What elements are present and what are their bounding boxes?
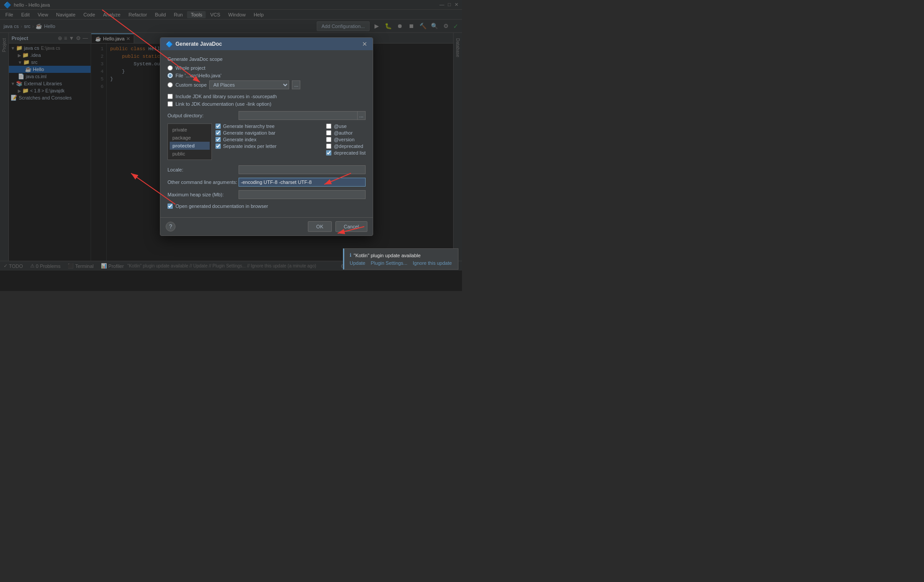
scope-whole-project[interactable]: Whole project bbox=[167, 65, 366, 71]
generate-index-checkbox[interactable] bbox=[215, 137, 221, 142]
tag-deprecated-row[interactable]: @deprecated bbox=[326, 144, 366, 149]
heap-label: Maximum heap size (Mb): bbox=[167, 192, 239, 197]
visibility-selector: private package protected public bbox=[167, 124, 212, 160]
tag-use-row[interactable]: @use bbox=[326, 124, 366, 129]
tag-use-checkbox[interactable] bbox=[326, 124, 331, 129]
separate-index-label: Separate index per letter bbox=[223, 144, 276, 149]
modal-title: Generate JavaDoc bbox=[175, 41, 222, 47]
cancel-button[interactable]: Cancel bbox=[335, 221, 367, 232]
generate-navbar-row[interactable]: Generate navigation bar bbox=[215, 130, 323, 136]
modal-footer: ? OK Cancel bbox=[160, 217, 373, 235]
include-jdk-checkbox[interactable] bbox=[167, 94, 173, 99]
heap-input[interactable] bbox=[239, 190, 366, 199]
tag-deprecated-list-checkbox[interactable] bbox=[326, 150, 331, 155]
open-browser-label: Open generated documentation in browser bbox=[175, 203, 268, 209]
output-dir-input-group: ... bbox=[239, 111, 366, 120]
plugin-settings-link[interactable]: Plugin Settings... bbox=[370, 260, 407, 266]
tag-author-label: @author bbox=[334, 130, 352, 136]
tag-author-row[interactable]: @author bbox=[326, 130, 366, 136]
include-jdk-checkbox-row[interactable]: Include JDK and library sources in -sour… bbox=[167, 94, 366, 99]
scope-radio-group: Whole project File '...\src\Hello.java' … bbox=[167, 65, 366, 89]
separate-index-checkbox[interactable] bbox=[215, 144, 221, 149]
generate-navbar-label: Generate navigation bar bbox=[223, 130, 275, 136]
link-jdk-checkbox-row[interactable]: Link to JDK documentation (use -link opt… bbox=[167, 101, 366, 107]
heap-row: Maximum heap size (Mb): bbox=[167, 190, 366, 199]
output-dir-browse-button[interactable]: ... bbox=[357, 111, 366, 120]
visibility-package[interactable]: package bbox=[170, 134, 210, 142]
open-browser-checkbox[interactable] bbox=[167, 203, 173, 209]
cmd-args-row: Other command line arguments: bbox=[167, 178, 366, 187]
scope-custom[interactable]: Custom scope bbox=[167, 82, 207, 88]
visibility-public[interactable]: public bbox=[170, 150, 210, 158]
tag-deprecated-label: @deprecated bbox=[334, 144, 363, 149]
ignore-update-link[interactable]: Ignore this update bbox=[413, 260, 452, 266]
tag-deprecated-checkbox[interactable] bbox=[326, 144, 331, 149]
cmd-args-label: Other command line arguments: bbox=[167, 179, 239, 185]
visibility-protected[interactable]: protected bbox=[170, 142, 210, 150]
include-jdk-label: Include JDK and library sources in -sour… bbox=[175, 94, 277, 99]
tag-author-checkbox[interactable] bbox=[326, 130, 331, 136]
generate-index-row[interactable]: Generate index bbox=[215, 137, 323, 142]
link-jdk-checkbox[interactable] bbox=[167, 101, 173, 107]
scope-custom-radio[interactable] bbox=[167, 82, 173, 88]
open-browser-row[interactable]: Open generated documentation in browser bbox=[167, 203, 366, 209]
modal-overlay: 🔷 Generate JavaDoc ✕ Generate JavaDoc sc… bbox=[0, 0, 462, 291]
scope-file[interactable]: File '...\src\Hello.java' bbox=[167, 73, 366, 78]
tag-version-checkbox[interactable] bbox=[326, 137, 331, 142]
tag-deprecated-list-row[interactable]: deprecated list bbox=[326, 150, 366, 155]
generate-hierarchy-checkbox[interactable] bbox=[215, 124, 221, 129]
generate-options-col: Generate hierarchy tree Generate navigat… bbox=[215, 124, 323, 160]
separate-index-row[interactable]: Separate index per letter bbox=[215, 144, 323, 149]
scope-label: Generate JavaDoc scope bbox=[167, 56, 366, 62]
notification-links: Update Plugin Settings... Ignore this up… bbox=[350, 260, 453, 266]
options-panel: private package protected public Generat… bbox=[167, 124, 366, 160]
scope-custom-select[interactable]: All Places Project Files Module Files bbox=[209, 80, 289, 89]
scope-whole-radio[interactable] bbox=[167, 65, 173, 71]
help-button[interactable]: ? bbox=[166, 222, 175, 231]
generate-javadoc-dialog: 🔷 Generate JavaDoc ✕ Generate JavaDoc sc… bbox=[160, 37, 373, 236]
scope-custom-label: Custom scope bbox=[175, 82, 207, 88]
scope-custom-row: Custom scope All Places Project Files Mo… bbox=[167, 80, 366, 89]
output-dir-input[interactable] bbox=[239, 111, 357, 120]
modal-close-button[interactable]: ✕ bbox=[362, 40, 367, 48]
tag-version-row[interactable]: @version bbox=[326, 137, 366, 142]
locale-input[interactable] bbox=[239, 165, 366, 174]
scope-file-label: File '...\src\Hello.java' bbox=[175, 73, 221, 78]
generate-index-label: Generate index bbox=[223, 137, 256, 142]
modal-title-bar: 🔷 Generate JavaDoc ✕ bbox=[160, 38, 373, 50]
scope-edit-button[interactable]: ... bbox=[292, 80, 300, 89]
generate-hierarchy-label: Generate hierarchy tree bbox=[223, 124, 275, 129]
notification-icon: ℹ bbox=[350, 252, 351, 258]
ok-button[interactable]: OK bbox=[308, 221, 332, 232]
cmd-args-input[interactable] bbox=[239, 178, 366, 187]
tag-deprecated-list-label: deprecated list bbox=[334, 150, 366, 155]
locale-label: Locale: bbox=[167, 167, 239, 172]
locale-row: Locale: bbox=[167, 165, 366, 174]
generate-hierarchy-row[interactable]: Generate hierarchy tree bbox=[215, 124, 323, 129]
footer-buttons: OK Cancel bbox=[308, 221, 367, 232]
output-dir-row: Output directory: ... bbox=[167, 111, 366, 120]
visibility-private[interactable]: private bbox=[170, 126, 210, 134]
notification-text: "Kotlin" plugin update available bbox=[354, 253, 421, 258]
scope-file-radio[interactable] bbox=[167, 73, 173, 78]
scope-whole-label: Whole project bbox=[175, 65, 205, 71]
notification-title: ℹ "Kotlin" plugin update available bbox=[350, 252, 453, 258]
tag-version-label: @version bbox=[334, 137, 354, 142]
tag-options-col: @use @author @version @deprecated bbox=[326, 124, 366, 160]
notification-banner: ℹ "Kotlin" plugin update available Updat… bbox=[343, 248, 458, 270]
generate-navbar-checkbox[interactable] bbox=[215, 130, 221, 136]
modal-body: Generate JavaDoc scope Whole project Fil… bbox=[160, 50, 373, 217]
update-link[interactable]: Update bbox=[350, 260, 365, 266]
link-jdk-label: Link to JDK documentation (use -link opt… bbox=[175, 101, 271, 107]
tag-use-label: @use bbox=[334, 124, 346, 129]
output-dir-label: Output directory: bbox=[167, 113, 239, 118]
